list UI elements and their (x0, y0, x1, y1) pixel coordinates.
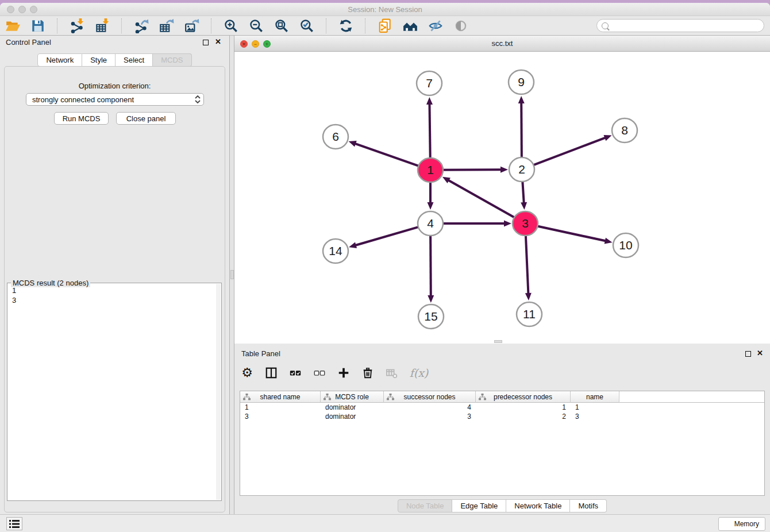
cell-shared-name[interactable]: 1 (240, 403, 321, 412)
close-panel-icon[interactable]: ✕ (215, 38, 221, 46)
cell-name[interactable]: 1 (571, 403, 619, 412)
panel-splitter[interactable] (230, 36, 234, 514)
zoom-out-icon[interactable] (248, 18, 264, 33)
network-canvas[interactable]: 1234678910111415 (234, 52, 770, 344)
cell-predecessor-nodes[interactable]: 1 (476, 403, 571, 412)
graph-node-1[interactable]: 1 (418, 158, 443, 182)
zoom-fit-icon[interactable] (274, 18, 289, 33)
table-close-icon[interactable]: ✕ (757, 349, 763, 357)
clone-network-icon[interactable] (377, 18, 392, 33)
graph-edge-1-2[interactable] (442, 167, 508, 173)
criterion-dropdown[interactable]: strongly connected component (26, 93, 204, 106)
graph-node-7[interactable]: 7 (417, 71, 442, 95)
cell-predecessor-nodes[interactable]: 2 (476, 412, 571, 421)
tree-icon (479, 394, 486, 400)
svg-text:4: 4 (427, 217, 434, 230)
cell-successor-nodes[interactable]: 3 (384, 412, 476, 421)
column-header-name[interactable]: name (571, 391, 619, 403)
graph-node-15[interactable]: 15 (418, 304, 444, 329)
search-input[interactable] (611, 22, 759, 30)
graph-edge-1-6[interactable] (349, 141, 419, 166)
first-neighbors-icon[interactable] (402, 18, 418, 33)
table-float-icon[interactable] (745, 351, 751, 357)
graph-edge-3-10[interactable] (537, 226, 613, 244)
graph-edge-3-1[interactable] (442, 177, 515, 218)
graph-edge-3-11[interactable] (525, 235, 532, 300)
graph-node-14[interactable]: 14 (323, 239, 348, 263)
graph-edge-2-3[interactable] (521, 181, 527, 210)
main-toolbar (0, 16, 770, 36)
close-panel-button[interactable]: Close panel (116, 112, 176, 125)
tab-select[interactable]: Select (116, 53, 153, 67)
delete-row-icon[interactable] (361, 366, 375, 380)
graph-edge-2-9[interactable] (518, 96, 525, 158)
tab-node-table[interactable]: Node Table (398, 499, 453, 512)
open-session-icon[interactable] (5, 18, 20, 33)
graph-node-10[interactable]: 10 (613, 233, 638, 257)
export-table-icon[interactable] (159, 18, 174, 33)
split-view-icon[interactable] (264, 366, 278, 380)
svg-text:1: 1 (427, 163, 434, 176)
search-box[interactable] (596, 19, 764, 32)
float-panel-icon[interactable] (203, 40, 209, 45)
svg-text:8: 8 (621, 124, 628, 137)
hide-selected-icon[interactable] (428, 18, 443, 33)
tab-mcds[interactable]: MCDS (153, 53, 191, 67)
column-label: name (586, 393, 603, 401)
show-all-icon[interactable] (453, 18, 468, 33)
graph-node-6[interactable]: 6 (323, 125, 348, 149)
export-network-icon[interactable] (133, 18, 149, 33)
toolbar-separator (121, 18, 122, 33)
unselect-all-icon[interactable] (313, 366, 326, 380)
add-row-icon[interactable] (337, 366, 351, 380)
tab-network-table[interactable]: Network Table (506, 499, 570, 512)
graph-edge-2-8[interactable] (533, 135, 612, 165)
splitter-grip[interactable] (230, 270, 234, 279)
graph-edge-1-7[interactable] (426, 97, 433, 159)
mcds-result-line: 1 (12, 286, 16, 295)
cell-mcds-role[interactable]: dominator (321, 412, 384, 421)
graph-node-2[interactable]: 2 (509, 157, 534, 182)
import-network-icon[interactable] (69, 18, 84, 33)
save-session-icon[interactable] (30, 18, 45, 33)
canvas-resize-grip[interactable] (494, 340, 502, 343)
graph-edge-4-3[interactable] (442, 221, 511, 227)
column-header-shared-name[interactable]: shared name (240, 391, 321, 403)
zoom-selected-icon[interactable] (299, 18, 314, 33)
column-header-successor-nodes[interactable]: successor nodes (384, 391, 476, 403)
result-scrollbar[interactable] (216, 284, 221, 500)
graph-edge-4-15[interactable] (428, 235, 434, 303)
cell-shared-name[interactable]: 3 (240, 412, 321, 421)
tab-motifs[interactable]: Motifs (570, 499, 607, 512)
tab-style[interactable]: Style (82, 53, 116, 67)
graph-node-8[interactable]: 8 (612, 118, 637, 142)
zoom-in-icon[interactable] (223, 18, 238, 33)
apply-layout-icon[interactable] (338, 18, 353, 33)
graph-node-11[interactable]: 11 (517, 302, 542, 326)
table-tabs: Node Table Edge Table Network Table Moti… (234, 499, 770, 512)
task-history-button[interactable] (6, 517, 22, 530)
column-header-mcds-role[interactable]: MCDS role (321, 391, 384, 403)
control-panel-title: Control Panel (6, 38, 51, 47)
cell-name[interactable]: 3 (571, 412, 619, 421)
network-titlebar: ✕ − + scc.txt (234, 36, 770, 52)
graph-node-3[interactable]: 3 (513, 211, 538, 236)
settings-icon[interactable]: ⚙ (240, 366, 254, 380)
graph-edge-1-4[interactable] (428, 182, 434, 210)
control-panel-tabs: Network Style Select MCDS (0, 53, 229, 67)
table-row[interactable]: 1 dominator 4 1 1 (240, 403, 764, 412)
tab-edge-table[interactable]: Edge Table (452, 499, 506, 512)
tab-network[interactable]: Network (37, 53, 82, 67)
export-image-icon[interactable] (184, 18, 199, 33)
graph-node-9[interactable]: 9 (509, 70, 534, 94)
graph-node-4[interactable]: 4 (418, 211, 443, 236)
column-header-predecessor-nodes[interactable]: predecessor nodes (476, 391, 571, 403)
cell-successor-nodes[interactable]: 4 (384, 403, 476, 412)
run-mcds-button[interactable]: Run MCDS (54, 112, 109, 125)
graph-edge-4-14[interactable] (349, 227, 419, 248)
table-row[interactable]: 3 dominator 3 2 3 (240, 412, 764, 421)
cell-mcds-role[interactable]: dominator (321, 403, 384, 412)
select-all-icon[interactable] (288, 366, 302, 380)
import-table-icon[interactable] (94, 18, 110, 33)
memory-button[interactable]: Memory (718, 517, 765, 531)
